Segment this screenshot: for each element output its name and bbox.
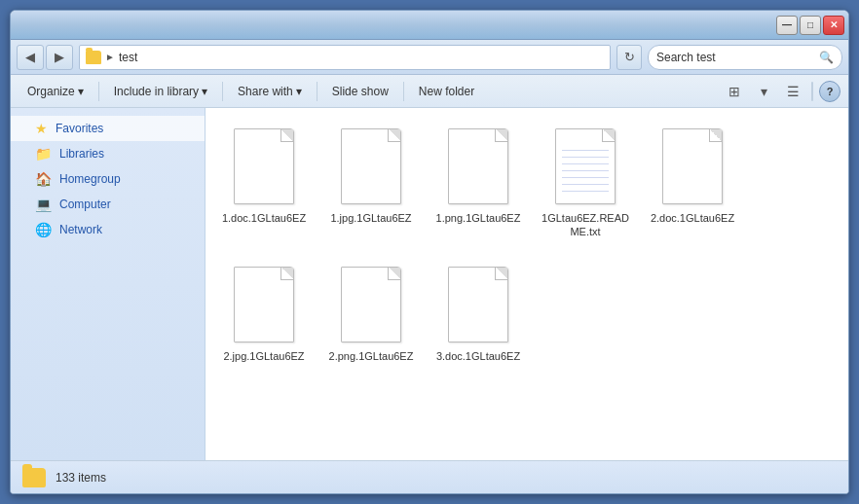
file-icon (230, 263, 298, 345)
file-item[interactable]: 2.jpg.1GLtau6EZ (215, 256, 313, 370)
toolbar-separator-4 (403, 82, 404, 101)
network-icon: 🌐 (35, 222, 52, 237)
file-name: 1GLtau6EZ.README.txt (542, 211, 629, 239)
homegroup-icon: 🏠 (35, 171, 52, 187)
maximize-button[interactable]: □ (800, 16, 821, 35)
sidebar-item-homegroup[interactable]: 🏠 Homegroup (11, 166, 205, 192)
file-page (234, 267, 294, 342)
main-content: ★ Favorites 📁 Libraries 🏠 Homegroup 💻 Co… (11, 108, 848, 460)
breadcrumb-separator: ► (105, 52, 115, 62)
file-icon (658, 125, 727, 207)
refresh-button[interactable]: ↻ (616, 45, 642, 70)
forward-button[interactable]: ▶ (46, 45, 73, 70)
view-details[interactable]: ☰ (780, 79, 805, 104)
file-name: 1.jpg.1GLtau6EZ (330, 211, 411, 225)
sidebar: ★ Favorites 📁 Libraries 🏠 Homegroup 💻 Co… (11, 108, 205, 460)
file-item[interactable]: 1.doc.1GLtau6EZ (215, 118, 313, 246)
file-item[interactable]: 1.jpg.1GLtau6EZ (322, 118, 420, 246)
organize-button[interactable]: Organize ▾ (19, 79, 93, 104)
file-name: 2.jpg.1GLtau6EZ (223, 349, 304, 363)
sidebar-label-network: Network (59, 223, 102, 236)
star-icon: ★ (35, 121, 48, 136)
file-item[interactable]: 1GLtau6EZ.README.txt (537, 118, 634, 246)
sidebar-label-libraries: Libraries (59, 147, 104, 161)
breadcrumb-bar[interactable]: ► test (79, 45, 611, 70)
file-item[interactable]: 2.doc.1GLtau6EZ (644, 118, 741, 246)
include-library-button[interactable]: Include in library ▾ (105, 79, 216, 104)
explorer-window: — □ ✕ ◀ ▶ ► test ↻ 🔍 Organize ▾ Include … (10, 10, 849, 494)
share-with-button[interactable]: Share with ▾ (229, 79, 311, 104)
file-icon (230, 125, 298, 207)
address-bar: ◀ ▶ ► test ↻ 🔍 (11, 40, 848, 75)
file-page (341, 128, 401, 204)
sidebar-label-homegroup: Homegroup (59, 172, 121, 186)
file-page (341, 267, 401, 342)
file-page (662, 128, 723, 204)
status-folder-icon (22, 468, 46, 487)
sidebar-item-computer[interactable]: 💻 Computer (11, 192, 205, 217)
file-page (555, 128, 616, 204)
sidebar-item-network[interactable]: 🌐 Network (11, 217, 205, 242)
sidebar-label-favorites: Favorites (56, 122, 103, 135)
search-input[interactable] (656, 51, 815, 64)
folder-icon (86, 51, 101, 64)
slideshow-button[interactable]: Slide show (323, 79, 397, 104)
file-icon (444, 125, 512, 207)
file-icon (444, 263, 512, 345)
view-dropdown[interactable]: ▾ (751, 79, 776, 104)
title-bar: — □ ✕ (11, 11, 848, 40)
close-button[interactable]: ✕ (823, 16, 844, 35)
file-icon (337, 263, 405, 345)
help-button[interactable]: ? (819, 81, 840, 102)
file-area: 1.doc.1GLtau6EZ1.jpg.1GLtau6EZ1.png.1GLt… (205, 108, 848, 460)
view-large-icon[interactable]: ⊞ (722, 79, 747, 104)
toolbar-separator (98, 82, 99, 101)
file-name: 2.doc.1GLtau6EZ (651, 211, 734, 225)
file-item[interactable]: 1.png.1GLtau6EZ (430, 118, 527, 246)
status-item-count: 133 items (56, 471, 106, 485)
title-bar-controls: — □ ✕ (776, 16, 844, 35)
file-item[interactable]: 3.doc.1GLtau6EZ (430, 256, 527, 370)
status-bar: 133 items (11, 460, 848, 493)
file-item[interactable]: 2.png.1GLtau6EZ (322, 256, 420, 370)
breadcrumb-text: test (119, 51, 137, 64)
view-separator (811, 82, 813, 101)
search-icon: 🔍 (819, 51, 834, 64)
file-icon (551, 125, 619, 207)
file-page (448, 267, 508, 342)
search-box[interactable]: 🔍 (648, 45, 842, 70)
libraries-icon: 📁 (35, 146, 52, 162)
back-button[interactable]: ◀ (17, 45, 44, 70)
sidebar-item-libraries[interactable]: 📁 Libraries (11, 141, 205, 166)
file-name: 1.png.1GLtau6EZ (436, 211, 521, 225)
file-icon (337, 125, 405, 207)
file-name: 3.doc.1GLtau6EZ (436, 349, 520, 363)
toolbar-separator-2 (222, 82, 223, 101)
sidebar-label-computer: Computer (59, 198, 111, 211)
sidebar-item-favorites[interactable]: ★ Favorites (11, 116, 205, 141)
minimize-button[interactable]: — (776, 16, 798, 35)
file-page (448, 128, 508, 204)
toolbar-separator-3 (317, 82, 317, 101)
file-name: 1.doc.1GLtau6EZ (222, 211, 306, 225)
file-name: 2.png.1GLtau6EZ (329, 349, 414, 363)
computer-icon: 💻 (35, 197, 52, 212)
toolbar: Organize ▾ Include in library ▾ Share wi… (11, 75, 848, 108)
new-folder-button[interactable]: New folder (410, 79, 483, 104)
nav-buttons: ◀ ▶ (17, 45, 73, 70)
toolbar-right: ⊞ ▾ ☰ ? (722, 79, 840, 104)
file-page (234, 128, 294, 204)
